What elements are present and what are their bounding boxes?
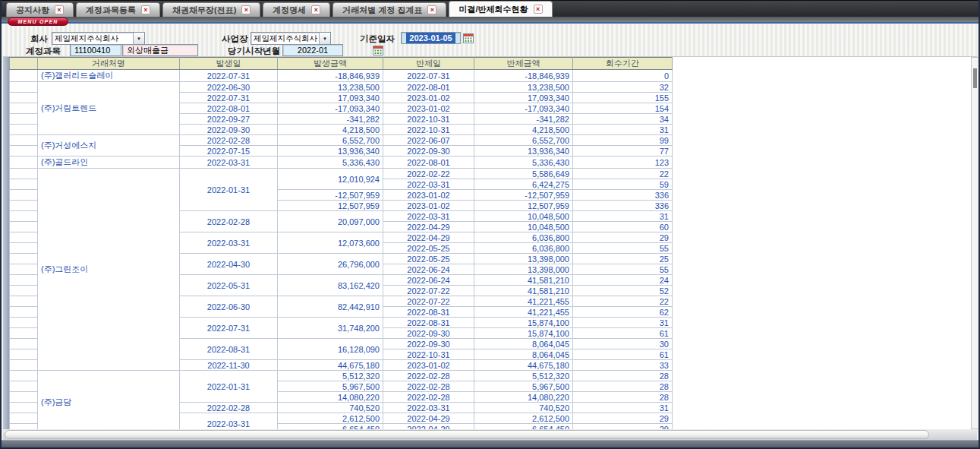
occur-amount-cell[interactable]: 26,796,000 [278,254,383,275]
settle-date-cell[interactable]: 2022-03-31 [383,179,474,190]
collect-days-cell[interactable]: 0 [573,70,673,82]
settle-amount-cell[interactable]: 5,512,320 [474,371,573,381]
row-header-cell[interactable] [10,381,38,392]
settle-amount-cell[interactable]: 41,221,455 [474,307,573,318]
settle-date-cell[interactable]: 2023-01-02 [383,93,474,103]
collect-days-cell[interactable]: 32 [573,82,673,93]
settle-date-cell[interactable]: 2022-04-29 [383,222,474,232]
settle-amount-cell[interactable]: 15,874,100 [474,318,573,328]
occur-date-cell[interactable]: 2022-05-31 [180,275,278,296]
row-header-cell[interactable] [10,403,38,413]
occur-amount-cell[interactable]: 17,093,340 [278,93,383,103]
occur-date-cell[interactable]: 2022-07-31 [180,93,278,103]
occur-date-cell[interactable]: 2022-03-31 [180,157,278,169]
customer-cell[interactable]: (주)그린조이 [38,169,180,371]
occur-amount-cell[interactable]: 31,748,200 [278,318,383,339]
settle-amount-cell[interactable]: 41,581,210 [474,286,573,296]
settle-date-cell[interactable]: 2022-08-31 [383,318,474,328]
collect-days-cell[interactable]: 34 [573,114,673,125]
collect-days-cell[interactable]: 61 [573,328,673,339]
settle-date-cell[interactable]: 2022-04-29 [383,424,474,430]
menu-open-button[interactable]: MENU OPEN [8,17,68,26]
collect-days-cell[interactable]: 61 [573,349,673,360]
settle-amount-cell[interactable]: 6,036,800 [474,243,573,254]
settle-amount-cell[interactable]: 13,936,340 [474,146,573,157]
settle-date-cell[interactable]: 2022-09-30 [383,146,474,157]
occur-amount-cell[interactable]: 13,936,340 [278,146,383,157]
settle-amount-cell[interactable]: 17,093,340 [474,93,573,103]
row-header-cell[interactable] [10,179,38,190]
close-icon[interactable]: × [141,5,150,14]
row-header-cell[interactable] [10,70,38,82]
settle-date-cell[interactable]: 2023-01-02 [383,201,474,211]
settle-date-cell[interactable]: 2022-05-25 [383,254,474,264]
collect-days-cell[interactable]: 29 [573,232,673,243]
occur-date-cell[interactable]: 2022-01-31 [180,169,278,211]
collect-days-cell[interactable]: 99 [573,135,673,146]
collect-days-cell[interactable]: 22 [573,169,673,179]
settle-date-cell[interactable]: 2022-06-24 [383,275,474,286]
occur-date-cell[interactable]: 2022-04-30 [180,254,278,275]
close-icon[interactable]: × [241,5,251,14]
row-header-cell[interactable] [10,318,38,328]
collect-days-cell[interactable]: 60 [573,222,673,232]
settle-date-cell[interactable]: 2023-01-02 [383,360,474,371]
base-date-input[interactable]: 2023-01-05 [401,32,461,44]
settle-amount-cell[interactable]: -341,282 [474,114,573,125]
row-header-cell[interactable] [10,243,38,254]
horizontal-scrollbar-thumb[interactable] [5,430,929,439]
row-header-cell[interactable] [10,93,38,103]
calendar-icon[interactable] [373,45,383,55]
settle-date-cell[interactable]: 2022-09-30 [383,328,474,339]
row-header-cell[interactable] [10,211,38,222]
row-header-cell[interactable] [10,103,38,114]
horizontal-scrollbar[interactable] [3,429,977,440]
row-header-cell[interactable] [10,125,38,135]
settle-amount-cell[interactable]: 5,336,430 [474,157,573,169]
row-header-cell[interactable] [10,392,38,403]
row-header-cell[interactable] [10,254,38,264]
settle-date-cell[interactable]: 2022-08-01 [383,82,474,93]
collect-days-cell[interactable]: 336 [573,190,673,201]
row-header-cell[interactable] [10,201,38,211]
collect-days-cell[interactable]: 31 [573,403,673,413]
occur-amount-cell[interactable]: 6,654,450 [278,424,383,430]
occur-amount-cell[interactable]: -12,507,959 [278,190,383,201]
customer-cell[interactable]: (주)거림트렌드 [38,82,180,135]
occur-date-cell[interactable]: 2022-08-01 [180,103,278,114]
collect-days-cell[interactable]: 29 [573,424,673,430]
settle-amount-cell[interactable]: 8,064,045 [474,349,573,360]
collect-days-cell[interactable]: 62 [573,307,673,318]
row-header-cell[interactable] [10,222,38,232]
row-header-cell[interactable] [10,146,38,157]
settle-amount-cell[interactable]: 44,675,180 [474,360,573,371]
settle-amount-cell[interactable]: 6,424,275 [474,179,573,190]
settle-date-cell[interactable]: 2022-05-25 [383,243,474,254]
settle-amount-cell[interactable]: -12,507,959 [474,190,573,201]
occur-date-cell[interactable]: 2022-07-31 [180,318,278,339]
collect-days-cell[interactable]: 31 [573,318,673,328]
row-header-cell[interactable] [10,296,38,307]
occur-amount-cell[interactable]: 16,128,090 [278,339,383,360]
occur-amount-cell[interactable]: 44,675,180 [278,360,383,371]
row-header-cell[interactable] [10,286,38,296]
occur-date-cell[interactable]: 2022-07-15 [180,146,278,157]
row-header-cell[interactable] [10,157,38,169]
collect-days-cell[interactable]: 55 [573,264,673,275]
settle-date-cell[interactable]: 2022-06-24 [383,264,474,275]
occur-date-cell[interactable]: 2022-02-28 [180,211,278,232]
settle-date-cell[interactable]: 2022-10-31 [383,349,474,360]
tab-4[interactable]: 거래처별 계정 집계표× [332,2,446,17]
chevron-down-icon[interactable]: ▼ [133,33,144,44]
occur-date-cell[interactable]: 2022-06-30 [180,296,278,318]
settle-amount-cell[interactable]: -17,093,340 [474,103,573,114]
occur-date-cell[interactable]: 2022-11-30 [180,360,278,371]
occur-date-cell[interactable]: 2022-03-31 [180,232,278,254]
settle-amount-cell[interactable]: -18,846,939 [474,70,573,82]
tab-0[interactable]: 공지사항× [6,2,74,17]
occur-amount-cell[interactable]: 5,967,500 [278,381,383,392]
collect-days-cell[interactable]: 31 [573,125,673,135]
occur-date-cell[interactable]: 2022-08-31 [180,339,278,360]
occur-amount-cell[interactable]: 740,520 [278,403,383,413]
occur-amount-cell[interactable]: -18,846,939 [278,70,383,82]
